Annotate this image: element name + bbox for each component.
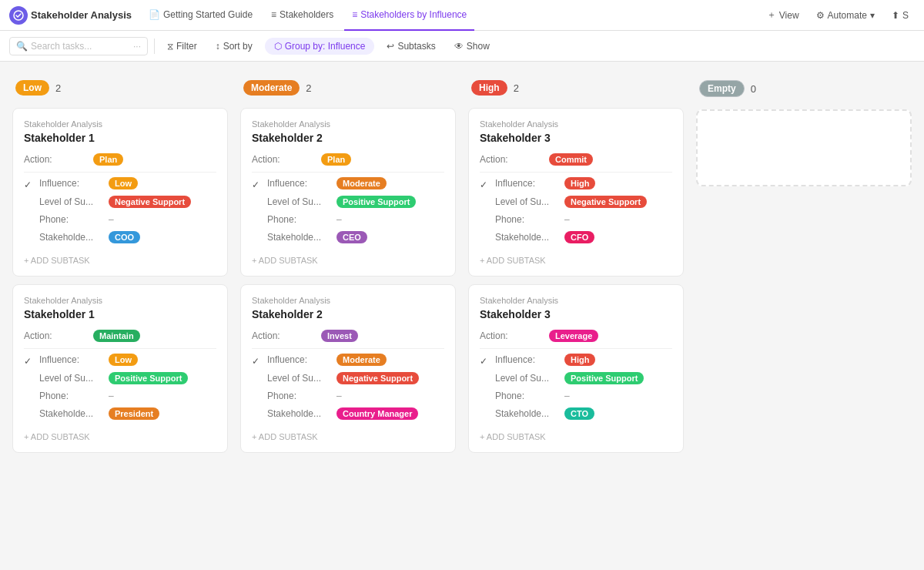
- add-subtask-btn[interactable]: + ADD SUBTASK: [252, 432, 444, 441]
- show-button[interactable]: 👁 Show: [448, 38, 496, 55]
- check-icon: ✓: [480, 356, 487, 367]
- doc-icon: 📄: [149, 9, 160, 20]
- col-body-low: Stakeholder Analysis Stakeholder 1 Actio…: [12, 108, 228, 558]
- card-field-action: Action: Invest: [252, 330, 444, 342]
- search-more-icon: ···: [133, 41, 141, 52]
- view-button[interactable]: ＋ View: [761, 5, 805, 25]
- card-high-0[interactable]: Stakeholder Analysis Stakeholder 3 Actio…: [468, 108, 684, 277]
- card-field-action: Action: Plan: [24, 153, 216, 166]
- card-title: Stakeholder 1: [24, 308, 216, 320]
- share-button[interactable]: ⬆ S: [886, 7, 915, 24]
- card-field-support: Level of Su... Positive Support: [267, 196, 444, 208]
- filter-button[interactable]: ⧖ Filter: [161, 38, 203, 55]
- col-header-low: Low 2: [12, 74, 228, 102]
- add-subtask-btn[interactable]: + ADD SUBTASK: [24, 256, 216, 265]
- col-badge-moderate: Moderate: [243, 80, 300, 96]
- stakeholder-label: Stakeholde...: [495, 408, 564, 419]
- list-icon: ≡: [271, 9, 276, 20]
- stakeholder-badge: CTO: [564, 407, 594, 420]
- sort-icon: ↕: [216, 41, 220, 52]
- tab-getting-started[interactable]: 📄 Getting Started Guide: [141, 0, 260, 31]
- support-label: Level of Su...: [267, 196, 336, 207]
- card-field-influence: Influence: High: [495, 177, 672, 189]
- phone-label: Phone:: [39, 214, 109, 225]
- influence-label: Influence:: [495, 354, 564, 365]
- check-icon: ✓: [24, 356, 32, 367]
- col-badge-low: Low: [15, 80, 49, 96]
- stakeholder-label: Stakeholde...: [39, 408, 109, 419]
- app-icon: [9, 6, 28, 25]
- col-body-moderate: Stakeholder Analysis Stakeholder 2 Actio…: [240, 108, 456, 558]
- column-empty: Empty 0: [696, 74, 912, 558]
- card-field-action: Action: Commit: [480, 153, 672, 166]
- card-low-1[interactable]: Stakeholder Analysis Stakeholder 1 Actio…: [12, 284, 228, 453]
- card-title: Stakeholder 3: [480, 308, 672, 320]
- support-label: Level of Su...: [39, 196, 109, 207]
- tab-stakeholders[interactable]: ≡ Stakeholders: [263, 0, 341, 31]
- action-label: Action:: [252, 154, 321, 165]
- card-influence-row: ✓ Influence: High Level of Su... Positiv…: [480, 354, 672, 426]
- action-badge: Plan: [93, 153, 123, 166]
- phone-label: Phone:: [39, 391, 109, 401]
- influence-badge: Moderate: [336, 354, 387, 366]
- card-high-1[interactable]: Stakeholder Analysis Stakeholder 3 Actio…: [468, 284, 684, 453]
- add-subtask-btn[interactable]: + ADD SUBTASK: [480, 432, 672, 441]
- automate-icon: ⚙: [816, 10, 825, 21]
- col-header-moderate: Moderate 2: [240, 74, 456, 102]
- col-count-high: 2: [514, 82, 519, 94]
- card-low-0[interactable]: Stakeholder Analysis Stakeholder 1 Actio…: [12, 108, 228, 277]
- add-subtask-btn[interactable]: + ADD SUBTASK: [24, 432, 216, 441]
- card-source: Stakeholder Analysis: [252, 296, 444, 305]
- action-badge: Invest: [321, 330, 358, 342]
- influence-badge: High: [564, 177, 595, 189]
- card-field-stakeholder: Stakeholde... President: [39, 407, 216, 420]
- tab-stakeholders-by-influence[interactable]: ≡ Stakeholders by Influence: [344, 0, 474, 31]
- stakeholder-badge: President: [109, 407, 159, 420]
- card-field-action: Action: Leverage: [480, 330, 672, 342]
- card-field-action: Action: Maintain: [24, 330, 216, 342]
- action-label: Action:: [480, 330, 549, 341]
- col-count-low: 2: [55, 82, 61, 94]
- card-title: Stakeholder 3: [480, 132, 672, 144]
- support-badge: Positive Support: [109, 372, 188, 384]
- group-button[interactable]: ⬡ Group by: Influence: [265, 38, 375, 55]
- card-field-stakeholder: Stakeholde... CEO: [267, 231, 444, 243]
- action-label: Action:: [480, 154, 549, 165]
- share-icon: ⬆: [892, 10, 899, 21]
- card-field-support: Level of Su... Negative Support: [39, 196, 216, 208]
- card-field-influence: Influence: High: [495, 354, 672, 366]
- add-subtask-btn[interactable]: + ADD SUBTASK: [480, 256, 672, 265]
- separator: [154, 39, 155, 54]
- col-count-moderate: 2: [306, 82, 311, 94]
- card-title: Stakeholder 2: [252, 308, 444, 320]
- card-field-action: Action: Plan: [252, 153, 444, 166]
- card-influence-row: ✓ Influence: High Level of Su... Negativ…: [480, 177, 672, 250]
- support-badge: Negative Support: [564, 196, 647, 208]
- board: Low 2 Stakeholder Analysis Stakeholder 1…: [0, 62, 924, 570]
- sort-button[interactable]: ↕ Sort by: [209, 38, 259, 55]
- card-influence-row: ✓ Influence: Low Level of Su... Negative…: [24, 177, 216, 250]
- card-source: Stakeholder Analysis: [480, 119, 672, 129]
- automate-button[interactable]: ⚙ Automate ▾: [810, 7, 881, 24]
- card-moderate-1[interactable]: Stakeholder Analysis Stakeholder 2 Actio…: [240, 284, 456, 453]
- phone-label: Phone:: [267, 214, 336, 225]
- influence-label: Influence:: [267, 354, 336, 365]
- subtasks-button[interactable]: ↩ Subtasks: [380, 38, 441, 55]
- card-moderate-0[interactable]: Stakeholder Analysis Stakeholder 2 Actio…: [240, 108, 456, 277]
- col-header-high: High 2: [468, 74, 684, 102]
- col-badge-empty: Empty: [699, 80, 745, 97]
- search-box[interactable]: 🔍 Search tasks... ···: [9, 37, 148, 55]
- column-moderate: Moderate 2 Stakeholder Analysis Stakehol…: [240, 74, 456, 558]
- phone-value: –: [336, 391, 342, 401]
- card-field-influence: Influence: Low: [39, 354, 216, 366]
- stakeholder-label: Stakeholde...: [267, 232, 336, 243]
- support-label: Level of Su...: [39, 373, 109, 384]
- search-icon: 🔍: [16, 41, 28, 52]
- card-field-stakeholder: Stakeholde... CTO: [495, 407, 672, 420]
- action-badge: Leverage: [549, 330, 598, 342]
- phone-value: –: [336, 214, 342, 225]
- card-field-phone: Phone: –: [267, 214, 444, 225]
- add-subtask-btn[interactable]: + ADD SUBTASK: [252, 256, 444, 265]
- support-badge: Positive Support: [564, 372, 644, 384]
- card-field-phone: Phone: –: [495, 391, 672, 401]
